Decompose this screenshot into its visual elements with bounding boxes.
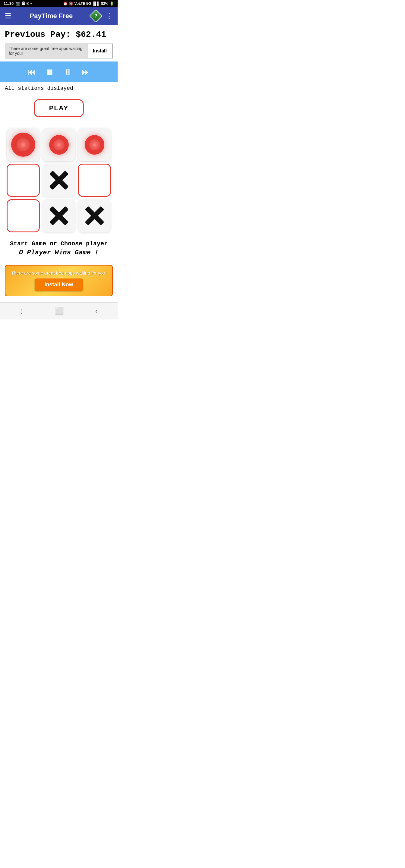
app-bar: ☰ PayTime Free ? ⋮: [0, 7, 118, 25]
stop-icon[interactable]: ⏹: [46, 67, 54, 77]
x-symbol-7: [48, 205, 70, 227]
install-now-button[interactable]: Install Now: [35, 278, 83, 291]
battery-icon: 🔋: [110, 1, 114, 6]
app-title: PayTime Free: [16, 12, 86, 20]
play-btn-container: PLAY: [0, 94, 118, 122]
install-button-top[interactable]: Install: [87, 44, 113, 58]
media-controls: ⏮ ⏹ ⏸ ⏭: [0, 61, 118, 82]
ad-banner-bottom: There are some great free apps waiting f…: [5, 265, 113, 296]
status-bar: 11:30 📷 🖼 ®️ • ⏰ 🔇 VoLTE 5G ▐▌▌ 82% 🔋: [0, 0, 118, 7]
ttt-cell-2[interactable]: [78, 128, 111, 161]
play-button[interactable]: PLAY: [34, 99, 84, 117]
mute-icon: 🔇: [69, 1, 73, 6]
more-menu-icon[interactable]: ⋮: [106, 12, 113, 20]
o-symbol-0: [11, 133, 35, 157]
o-symbol-2: [85, 135, 104, 155]
skip-prev-icon[interactable]: ⏮: [27, 67, 36, 77]
ttt-cell-5[interactable]: [78, 164, 111, 197]
battery: 82%: [101, 1, 108, 6]
nav-back-icon[interactable]: ‹: [95, 307, 98, 315]
x-symbol-8: [83, 205, 106, 227]
menu-icon[interactable]: ☰: [5, 12, 11, 20]
skip-next-icon[interactable]: ⏭: [82, 67, 90, 77]
nav-bar: ⫿ ⬜ ‹: [0, 302, 118, 319]
ttt-cell-6[interactable]: [7, 199, 40, 232]
o-symbol-1: [49, 135, 69, 155]
ttt-cell-7[interactable]: [42, 199, 76, 232]
status-right: ⏰ 🔇 VoLTE 5G ▐▌▌ 82% 🔋: [63, 1, 114, 6]
help-icon[interactable]: ?: [89, 9, 103, 23]
ttt-cell-0[interactable]: [7, 128, 40, 161]
game-status: Start Game or Choose player O Player Win…: [0, 236, 118, 258]
pause-icon[interactable]: ⏸: [64, 67, 72, 77]
ttt-cell-4[interactable]: [42, 164, 76, 197]
game-status-winner: O Player Wins Game !: [5, 249, 113, 256]
ttt-cell-8[interactable]: [78, 199, 111, 232]
nav-home-icon[interactable]: ⬜: [55, 307, 64, 315]
status-time: 11:30: [4, 1, 13, 6]
previous-pay-section: Previous Pay: $62.41: [0, 25, 118, 41]
ad-top-text: There are some great free apps waiting f…: [5, 43, 87, 59]
ttt-cell-3[interactable]: [7, 164, 40, 197]
status-left: 11:30 📷 🖼 ®️ •: [4, 1, 32, 6]
game-status-main: Start Game or Choose player: [5, 240, 113, 247]
previous-pay-label: Previous Pay:: [5, 30, 70, 39]
nav-recent-icon[interactable]: ⫿: [20, 307, 24, 315]
ad-banner-top: There are some great free apps waiting f…: [5, 43, 113, 59]
x-symbol-4: [48, 169, 70, 192]
ttt-cell-1[interactable]: [42, 128, 76, 161]
status-icons: 📷 🖼 ®️ •: [16, 1, 32, 6]
alarm-icon: ⏰: [63, 1, 67, 6]
previous-pay-amount: $62.41: [76, 30, 106, 39]
signal-icons: VoLTE 5G ▐▌▌: [75, 1, 100, 6]
ad-bottom-text: There are some great free apps waiting f…: [10, 270, 107, 276]
help-icon-label: ?: [94, 13, 97, 19]
ttt-grid: [0, 122, 118, 236]
station-info: All stations dislayed: [0, 82, 118, 94]
